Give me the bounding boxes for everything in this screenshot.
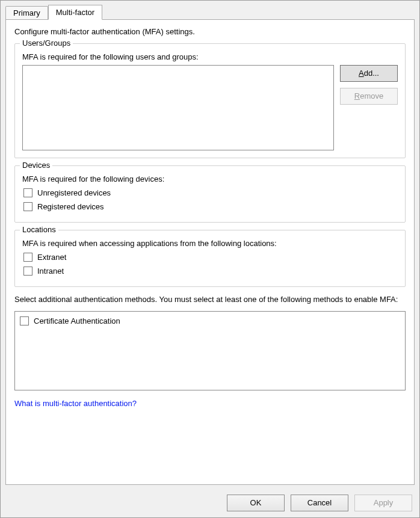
apply-button: Apply	[354, 495, 412, 511]
cancel-button[interactable]: Cancel	[291, 495, 348, 511]
legend-devices: Devices	[20, 161, 52, 170]
checkbox-certificate-authentication[interactable]	[20, 316, 29, 325]
remove-button: Remove	[340, 88, 398, 105]
locations-description: MFA is required when accessing applicati…	[22, 239, 398, 248]
label-certificate-authentication: Certificate Authentication	[34, 316, 120, 325]
label-registered-devices: Registered devices	[37, 202, 104, 211]
groupbox-users-groups: Users/Groups MFA is required for the fol…	[14, 43, 406, 158]
groupbox-locations: Locations MFA is required when accessing…	[14, 230, 406, 287]
checkbox-intranet[interactable]	[23, 267, 32, 276]
link-what-is-mfa[interactable]: What is multi-factor authentication?	[14, 399, 137, 408]
tab-panel-multifactor: Configure multi-factor authentication (M…	[5, 19, 415, 485]
legend-users-groups: Users/Groups	[20, 39, 73, 48]
panel-description: Configure multi-factor authentication (M…	[14, 27, 406, 36]
tab-multifactor[interactable]: Multi-factor	[48, 5, 102, 20]
add-button[interactable]: Add...	[340, 65, 398, 82]
label-extranet: Extranet	[37, 253, 66, 262]
users-groups-listbox[interactable]	[22, 65, 334, 150]
label-unregistered-devices: Unregistered devices	[37, 188, 111, 197]
ok-button[interactable]: OK	[227, 495, 285, 511]
tab-strip: Primary Multi-factor	[1, 1, 419, 19]
groupbox-devices: Devices MFA is required for the followin…	[14, 165, 406, 223]
checkbox-registered-devices[interactable]	[23, 202, 32, 211]
dialog-button-bar: OK Cancel Apply	[227, 495, 412, 511]
checkbox-unregistered-devices[interactable]	[23, 188, 32, 197]
checkbox-extranet[interactable]	[23, 253, 32, 262]
methods-description: Select additional authentication methods…	[14, 294, 406, 305]
methods-listbox[interactable]: Certificate Authentication	[14, 311, 406, 390]
users-groups-description: MFA is required for the following users …	[22, 52, 398, 61]
label-intranet: Intranet	[37, 267, 64, 276]
legend-locations: Locations	[20, 225, 58, 234]
tab-primary[interactable]: Primary	[5, 6, 48, 19]
devices-description: MFA is required for the following device…	[22, 174, 398, 183]
dialog-window: Primary Multi-factor Configure multi-fac…	[0, 0, 420, 518]
